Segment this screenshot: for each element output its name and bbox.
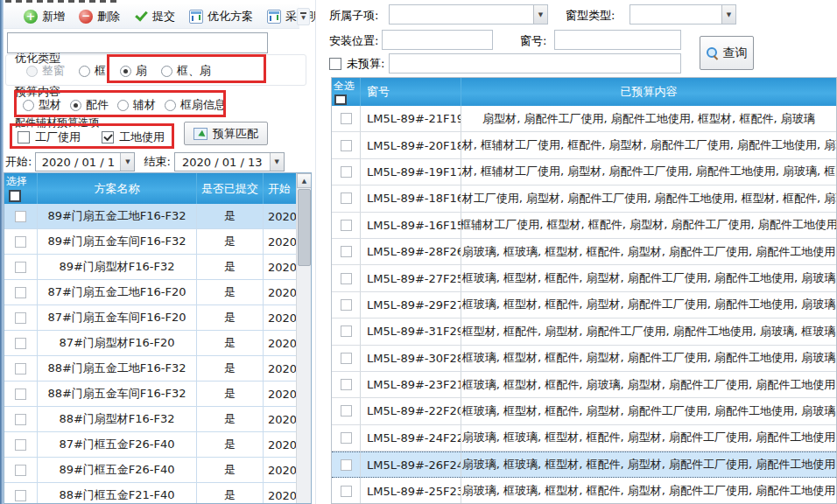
- sub-item-combo[interactable]: ▼: [389, 4, 548, 24]
- toolbar-overflow-button[interactable]: [297, 8, 310, 25]
- window-no-input[interactable]: [554, 30, 681, 50]
- window-no-column-header[interactable]: 窗号: [361, 78, 461, 106]
- row-checkbox[interactable]: [15, 262, 26, 273]
- checkbox-option[interactable]: 工地使用: [102, 130, 165, 145]
- row-checkbox[interactable]: [341, 405, 352, 416]
- budget-table-row[interactable]: LM5L-89#-26F24 扇玻璃, 框玻璃, 框型材, 框配件, 扇型材, …: [332, 452, 836, 478]
- plan-table-row[interactable]: 87#门框五金F26-F40 是 2020/0: [4, 432, 311, 458]
- radio-option[interactable]: 扇: [120, 63, 147, 79]
- plan-name-column-header[interactable]: 方案名称: [38, 173, 197, 204]
- row-select-cell[interactable]: [332, 265, 361, 290]
- budget-table-row[interactable]: LM5L-89#-19F17 框型材, 框辅材工厂使用, 扇型材, 扇配件工厂使…: [332, 159, 836, 186]
- row-checkbox[interactable]: [341, 486, 352, 497]
- radio-option[interactable]: 框: [79, 63, 106, 79]
- row-checkbox[interactable]: [15, 236, 26, 248]
- row-select-cell[interactable]: [4, 483, 38, 504]
- row-checkbox[interactable]: [341, 299, 352, 311]
- row-select-cell[interactable]: [332, 398, 361, 424]
- row-checkbox[interactable]: [15, 388, 26, 400]
- budget-content-column-header[interactable]: 已预算内容: [461, 78, 836, 106]
- row-select-cell[interactable]: [332, 425, 361, 451]
- row-select-cell[interactable]: [332, 106, 361, 131]
- row-select-cell[interactable]: [332, 213, 361, 238]
- row-select-cell[interactable]: [332, 159, 361, 185]
- submitted-column-header[interactable]: 是否已提交: [197, 173, 264, 204]
- row-checkbox[interactable]: [341, 379, 352, 390]
- row-select-cell[interactable]: [332, 186, 361, 211]
- row-checkbox[interactable]: [15, 287, 26, 298]
- plan-table-row[interactable]: 89#门框五金F26-F40 是 2020/0: [4, 458, 311, 483]
- row-select-cell[interactable]: [4, 432, 38, 457]
- row-select-cell[interactable]: [332, 372, 361, 397]
- select-all-checkbox[interactable]: [334, 94, 347, 105]
- budget-table-row[interactable]: LM5L-89#-21F19 扇型材, 扇配件工厂使用, 扇配件工地使用, 框型…: [332, 106, 836, 132]
- radio-option[interactable]: 型材: [23, 97, 61, 113]
- budget-table-row[interactable]: LM5L-89#-16F15 框辅材工厂使用, 框型材, 框配件, 扇型材, 扇…: [332, 213, 836, 239]
- row-checkbox[interactable]: [341, 459, 352, 471]
- plan-table-row[interactable]: 89#门扇五金工地F16-F32 是 2020/0: [4, 204, 311, 229]
- plan-table-row[interactable]: 87#门扇型材F16-F20 是 2020/0: [4, 331, 311, 356]
- row-select-cell[interactable]: [4, 204, 38, 228]
- budget-table-row[interactable]: LM5L-89#-30F28 框玻璃, 框型材, 框配件, 扇型材, 扇配件工厂…: [332, 346, 836, 372]
- budget-table-row[interactable]: LM5L-89#-20F18 框型材, 框辅材工厂使用, 框配件, 扇型材, 扇…: [332, 132, 836, 158]
- toolbar-button[interactable]: 优化方案 ▼: [182, 5, 260, 28]
- no-budget-checkbox[interactable]: [329, 58, 341, 70]
- chevron-down-icon[interactable]: ▼: [270, 153, 284, 171]
- plan-table-row[interactable]: 89#门扇型材F16-F32 是 2020/0: [4, 255, 311, 280]
- row-select-cell[interactable]: [332, 239, 361, 264]
- budget-table-row[interactable]: LM5L-89#-24F22 扇玻璃, 框玻璃, 框型材, 框配件, 扇型材, …: [332, 425, 836, 452]
- radio-option[interactable]: 配件: [70, 97, 109, 113]
- row-checkbox[interactable]: [341, 220, 352, 231]
- row-select-cell[interactable]: [4, 382, 38, 406]
- row-checkbox[interactable]: [15, 465, 26, 476]
- chevron-down-icon[interactable]: ▼: [721, 5, 735, 24]
- row-select-cell[interactable]: [332, 292, 361, 318]
- query-button[interactable]: 查询: [700, 36, 754, 70]
- row-select-cell[interactable]: [4, 305, 38, 330]
- toolbar-button[interactable]: 提交 ▼: [127, 5, 182, 28]
- plan-table-row[interactable]: 88#门扇型材F16-F32 是 2020/0: [4, 407, 311, 432]
- row-select-cell[interactable]: [332, 452, 361, 477]
- budget-table-row[interactable]: LM5L-89#-31F29 框型材, 框配件, 扇型材, 扇配件工厂使用, 扇…: [332, 318, 836, 345]
- toolbar-button[interactable]: 删除 ▼: [72, 5, 127, 28]
- row-checkbox[interactable]: [15, 439, 26, 451]
- row-checkbox[interactable]: [15, 414, 26, 425]
- row-select-cell[interactable]: [4, 331, 38, 355]
- row-select-cell[interactable]: [4, 280, 38, 304]
- plan-table-row[interactable]: 89#门扇五金车间F16-F32 是 2020/0: [4, 229, 311, 255]
- row-checkbox[interactable]: [341, 432, 352, 444]
- scrollbar-thumb[interactable]: [298, 189, 311, 266]
- row-checkbox[interactable]: [15, 312, 26, 324]
- no-budget-input[interactable]: [389, 53, 681, 74]
- chevron-down-icon[interactable]: ▼: [120, 153, 134, 171]
- budget-match-button[interactable]: 预算匹配: [184, 122, 268, 145]
- row-checkbox[interactable]: [15, 338, 26, 349]
- checkbox-option[interactable]: 工厂使用: [18, 130, 81, 145]
- row-checkbox[interactable]: [341, 246, 352, 257]
- row-select-cell[interactable]: [332, 346, 361, 371]
- plan-table-row[interactable]: 88#门框五金F21-F40 是 2020/0: [4, 483, 311, 504]
- scrollbar-up-arrow[interactable]: ▲: [297, 173, 312, 188]
- toolbar-button[interactable]: 新增 ▼: [17, 5, 72, 28]
- row-checkbox[interactable]: [341, 326, 352, 337]
- budget-table-row[interactable]: LM5L-89#-27F25 框玻璃, 框型材, 框配件, 扇型材, 扇配件工厂…: [332, 265, 836, 291]
- row-select-cell[interactable]: [332, 478, 361, 503]
- radio-option[interactable]: 整窗: [26, 63, 65, 79]
- plan-table-row[interactable]: 88#门扇五金工地F16-F32 是 2020/0: [4, 356, 311, 382]
- plan-table-scrollbar[interactable]: ▲: [296, 173, 311, 503]
- budget-table-row[interactable]: LM5L-89#-25F23 扇玻璃, 框玻璃, 框型材, 框配件, 扇型材, …: [332, 478, 836, 504]
- row-checkbox[interactable]: [15, 363, 26, 374]
- start-date-picker[interactable]: 2020 / 01 / 1 ▼: [35, 152, 135, 172]
- row-select-cell[interactable]: [4, 229, 38, 254]
- row-select-cell[interactable]: [332, 132, 361, 158]
- radio-option[interactable]: 辅材: [117, 97, 156, 113]
- install-position-input[interactable]: [382, 30, 493, 50]
- budget-table-row[interactable]: LM5L-89#-28F26 扇玻璃, 框玻璃, 框型材, 框配件, 扇型材, …: [332, 239, 836, 265]
- row-select-cell[interactable]: [4, 255, 38, 279]
- window-type-combo[interactable]: ▼: [630, 4, 736, 24]
- budget-table-row[interactable]: LM5L-89#-29F27 框玻璃, 框型材, 框配件, 扇型材, 扇配件工厂…: [332, 292, 836, 318]
- row-checkbox[interactable]: [15, 490, 26, 501]
- row-checkbox[interactable]: [341, 140, 352, 151]
- chevron-down-icon[interactable]: ▼: [533, 5, 547, 24]
- select-all-checkbox[interactable]: [9, 190, 21, 202]
